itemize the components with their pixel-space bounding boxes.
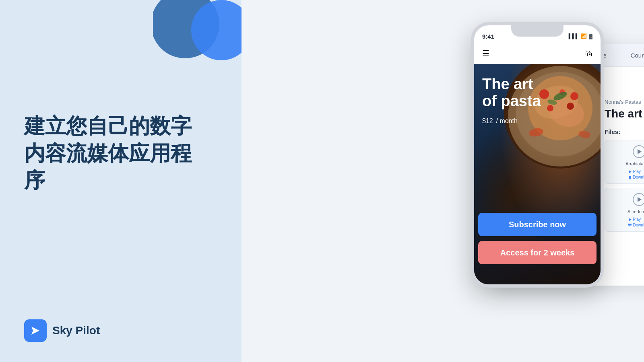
nav-item-courses[interactable]: Courses: [631, 49, 644, 62]
logo-area: Sky Pilot: [24, 319, 100, 342]
skypilot-icon: [29, 324, 42, 337]
wifi-icon: 📶: [581, 33, 587, 39]
phone-content: The artof pasta $12 / month Subscribe no…: [474, 64, 601, 284]
svg-marker-2: [31, 327, 39, 335]
product-title: The art of pasta: [605, 107, 644, 120]
svg-point-31: [570, 92, 578, 100]
files-grid: Arrabiata.mov Play Download: [605, 140, 644, 232]
phone-notch: [511, 25, 564, 37]
file-play-btn-1[interactable]: Play: [628, 169, 644, 174]
cart-icon[interactable]: 🛍: [584, 49, 592, 58]
phone-status-icons: ▌▌▌ 📶 ▓: [569, 33, 592, 39]
phone-hero-price: $12 / month: [482, 113, 541, 126]
hero-title: 建立您自己的数字内容流媒体应用程序: [24, 113, 209, 194]
svg-marker-13: [629, 170, 632, 173]
svg-marker-19: [638, 197, 642, 202]
phone-time: 9:41: [482, 33, 494, 40]
product-info: Nonna's Pastas The art of pasta Files: A…: [605, 99, 644, 232]
files-label: Files:: [605, 128, 644, 135]
file-play-icon-1[interactable]: [633, 145, 644, 158]
file-download-btn-1[interactable]: Download: [628, 175, 644, 179]
phone-hero-title: The artof pasta: [482, 76, 541, 110]
hamburger-icon[interactable]: ☰: [482, 49, 489, 58]
battery-icon: ▓: [589, 33, 592, 39]
left-panel: 建立您自己的数字内容流媒体应用程序 Sky Pilot: [0, 0, 242, 362]
logo-icon: [24, 319, 47, 342]
phone-hero: The artof pasta $12 / month Subscribe no…: [474, 64, 601, 284]
phone-subscribe-button[interactable]: Subscribe now: [478, 213, 597, 236]
svg-marker-12: [638, 149, 642, 154]
phone-mockup: 9:41 ▌▌▌ 📶 ▓ ☰ 🛍: [471, 22, 604, 288]
file-item-4: Alfredo.mov Play Download: [605, 188, 644, 232]
svg-marker-20: [629, 218, 632, 221]
product-category: Nonna's Pastas: [605, 99, 644, 105]
file-play-icon-4[interactable]: [633, 193, 644, 206]
file-name-1: Arrabiata.mov: [625, 161, 644, 166]
logo-text: Sky Pilot: [52, 324, 100, 337]
svg-point-33: [567, 103, 574, 110]
file-download-btn-4[interactable]: Download: [628, 223, 644, 227]
phone-header: ☰ 🛍: [474, 43, 601, 64]
file-item-1: Arrabiata.mov Play Download: [605, 140, 644, 184]
phone-hero-text: The artof pasta $12 / month: [474, 64, 549, 134]
file-actions-4: Play Download: [628, 217, 644, 227]
signal-icon: ▌▌▌: [569, 33, 579, 39]
svg-marker-14: [628, 176, 632, 179]
file-play-btn-4[interactable]: Play: [628, 217, 644, 222]
file-actions-1: Play Download: [628, 169, 644, 179]
phone-access-button[interactable]: Access for 2 weeks: [478, 241, 597, 264]
file-name-4: Alfredo.mov: [627, 209, 644, 214]
main-area: Home Courses About us Books Your Library…: [242, 0, 644, 362]
